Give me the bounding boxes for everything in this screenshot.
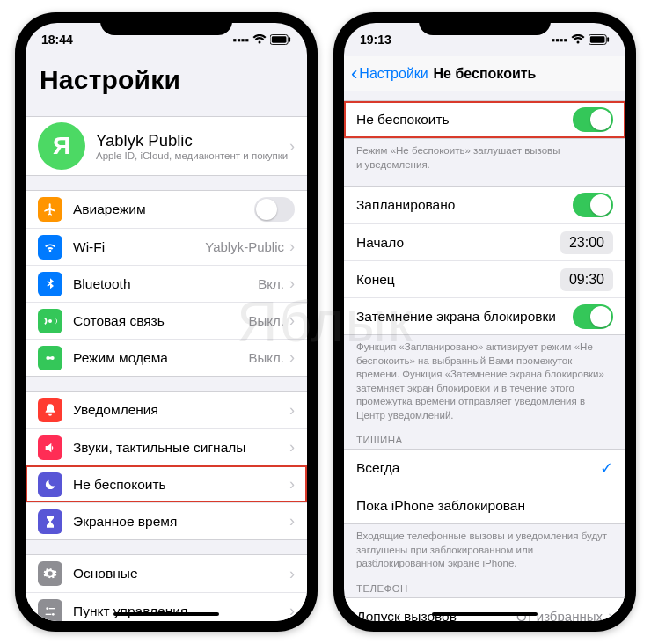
allow-calls-row[interactable]: Допуск вызовов От избранных ›	[344, 598, 625, 621]
large-title: Настройки	[26, 56, 307, 102]
silence-note: Входящие телефонные вызовы и уведомления…	[344, 524, 625, 571]
sounds-row[interactable]: Звуки, тактильные сигналы ›	[26, 428, 307, 465]
chevron-right-icon: ›	[289, 438, 295, 457]
moon-icon	[38, 472, 62, 497]
notch	[100, 12, 232, 35]
airplane-icon	[38, 197, 62, 222]
phone-dnd-detail: 19:13 ▪▪▪▪ ‹ Настройки Не беспокоить Не …	[333, 12, 636, 632]
chevron-right-icon: ›	[289, 565, 295, 583]
silence-header: ТИШИНА	[344, 422, 625, 449]
screen-time-row[interactable]: Экранное время ›	[26, 502, 307, 539]
airplane-mode-row[interactable]: Авиарежим	[26, 191, 307, 228]
home-indicator	[432, 612, 538, 616]
scheduled-row[interactable]: Запланировано	[344, 187, 625, 223]
chevron-right-icon: ›	[289, 602, 295, 620]
status-time: 18:44	[41, 33, 73, 47]
battery-icon	[270, 34, 291, 45]
phone-header: ТЕЛЕФОН	[344, 571, 625, 597]
chevron-right-icon: ›	[608, 607, 613, 621]
chevron-right-icon: ›	[289, 274, 295, 293]
dnd-toggle[interactable]	[573, 107, 613, 132]
battery-icon	[589, 34, 610, 45]
svg-rect-1	[272, 36, 287, 42]
cellular-value: Выкл.	[249, 313, 284, 328]
sliders-icon	[38, 599, 62, 622]
wifi-status-icon	[571, 34, 585, 45]
svg-rect-16	[590, 36, 605, 42]
start-time-value[interactable]: 23:00	[560, 231, 613, 254]
nav-title: Не беспокоить	[344, 66, 625, 82]
svg-rect-5	[48, 356, 52, 359]
svg-point-8	[52, 613, 55, 616]
silence-always-row[interactable]: Всегда ✓	[344, 450, 625, 487]
silence-locked-row[interactable]: Пока iPhone заблокирован	[344, 487, 625, 523]
avatar: Я	[38, 122, 85, 170]
bluetooth-value: Вкл.	[258, 276, 284, 291]
general-row[interactable]: Основные ›	[26, 555, 307, 592]
svg-rect-17	[607, 37, 609, 42]
status-time: 19:13	[360, 33, 391, 47]
svg-point-6	[46, 607, 48, 610]
profile-subtitle: Apple ID, iCloud, медиаконтент и покупки	[96, 150, 289, 161]
bluetooth-icon	[38, 272, 62, 296]
svg-rect-9	[46, 613, 52, 614]
wifi-icon	[38, 235, 62, 260]
dnd-toggle-row[interactable]: Не беспокоить	[344, 101, 625, 138]
end-time-value[interactable]: 09:30	[560, 268, 613, 291]
start-time-row[interactable]: Начало 23:00	[344, 223, 625, 260]
bell-icon	[38, 398, 62, 422]
scheduled-toggle[interactable]	[573, 193, 613, 217]
cellular-icon	[38, 309, 62, 333]
checkmark-icon: ✓	[600, 458, 613, 478]
dnd-note: Режим «Не беспокоить» заглушает вызовы и…	[344, 139, 625, 172]
speaker-icon	[38, 435, 62, 460]
chevron-right-icon: ›	[289, 137, 295, 156]
nav-bar: ‹ Настройки Не беспокоить	[344, 56, 625, 91]
apple-id-row[interactable]: Я Yablyk Public Apple ID, iCloud, медиак…	[26, 117, 307, 175]
signal-icon: ▪▪▪▪	[233, 33, 249, 47]
wifi-row[interactable]: Wi-Fi Yablyk-Public ›	[26, 228, 307, 265]
hotspot-icon	[38, 346, 62, 370]
profile-name: Yablyk Public	[96, 131, 289, 150]
chevron-right-icon: ›	[289, 311, 295, 330]
notch	[419, 12, 551, 35]
dim-lock-row[interactable]: Затемнение экрана блокировки	[344, 297, 625, 334]
hotspot-value: Выкл.	[249, 350, 284, 365]
airplane-toggle[interactable]	[254, 197, 295, 222]
cellular-row[interactable]: Сотовая связь Выкл. ›	[26, 302, 307, 339]
chevron-right-icon: ›	[289, 512, 295, 531]
wifi-status-icon	[252, 34, 267, 45]
scheduled-note: Функция «Запланировано» активирует режим…	[344, 335, 625, 422]
gear-icon	[38, 561, 62, 586]
chevron-right-icon: ›	[289, 401, 295, 420]
hotspot-row[interactable]: Режим модема Выкл. ›	[26, 339, 307, 376]
home-indicator	[113, 612, 219, 616]
do-not-disturb-row[interactable]: Не беспокоить ›	[26, 465, 307, 502]
signal-icon: ▪▪▪▪	[552, 33, 567, 47]
bluetooth-row[interactable]: Bluetooth Вкл. ›	[26, 265, 307, 302]
hourglass-icon	[38, 509, 62, 534]
notifications-row[interactable]: Уведомления ›	[26, 392, 307, 428]
control-center-row[interactable]: Пункт управления ›	[26, 592, 307, 621]
chevron-right-icon: ›	[289, 238, 295, 256]
chevron-right-icon: ›	[289, 348, 295, 367]
phone-settings-root: 18:44 ▪▪▪▪ Настройки Я Yablyk Public App…	[15, 12, 318, 632]
chevron-right-icon: ›	[289, 475, 295, 494]
dim-toggle[interactable]	[573, 304, 613, 329]
wifi-value: Yablyk-Public	[205, 239, 284, 254]
svg-rect-7	[49, 608, 55, 609]
svg-rect-2	[289, 37, 290, 42]
end-time-row[interactable]: Конец 09:30	[344, 260, 625, 297]
